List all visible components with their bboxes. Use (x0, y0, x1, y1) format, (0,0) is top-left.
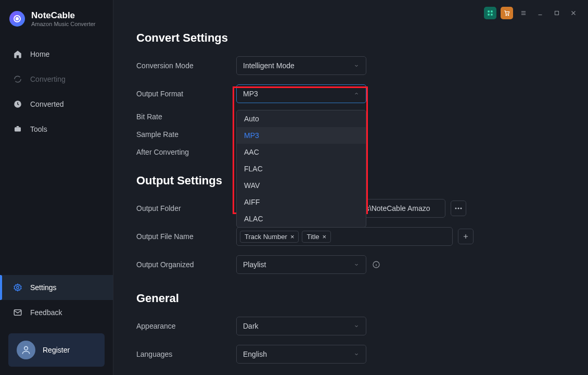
chevron-down-icon (353, 261, 360, 268)
dropdown-option-alac[interactable]: ALAC (237, 210, 366, 227)
settings-icon (12, 282, 23, 293)
chevron-down-icon (353, 323, 360, 329)
label-output-format: Output Format (136, 90, 236, 98)
info-icon[interactable] (372, 260, 381, 269)
dropdown-option-flac[interactable]: FLAC (237, 160, 366, 177)
label-output-filename: Output File Name (136, 232, 236, 241)
section-title-general: General (136, 292, 560, 305)
add-tag-button[interactable] (458, 229, 474, 244)
nav: Home Converting Converted Tools (0, 35, 113, 142)
select-value: Playlist (243, 260, 266, 269)
tag-title: Title × (302, 231, 331, 243)
section-title-convert: Convert Settings (136, 31, 560, 45)
label-bit-rate: Bit Rate (136, 113, 236, 121)
label-after-converting: After Converting (136, 148, 236, 156)
dropdown-option-mp3[interactable]: MP3 (237, 127, 366, 144)
sidebar-item-label: Tools (30, 125, 47, 133)
sidebar-item-label: Converted (30, 100, 64, 108)
row-appearance: Appearance Dark (136, 317, 560, 335)
row-conversion-mode: Conversion Mode Intelligent Mode (136, 56, 560, 75)
sidebar-item-label: Converting (30, 75, 66, 83)
row-output-format: Output Format MP3 (136, 84, 560, 103)
output-format-dropdown[interactable]: Auto MP3 AAC FLAC WAV AIFF ALAC (236, 110, 366, 228)
select-value: English (243, 350, 267, 358)
output-organized-select[interactable]: Playlist (236, 255, 366, 274)
row-output-filename: Output File Name Track Number × Title × (136, 227, 560, 246)
svg-point-7 (24, 346, 28, 350)
conversion-mode-select[interactable]: Intelligent Mode (236, 56, 366, 75)
brand-subtitle: Amazon Music Converter (31, 21, 96, 27)
label-appearance: Appearance (136, 322, 236, 330)
dropdown-option-wav[interactable]: WAV (237, 177, 366, 194)
select-value: MP3 (243, 90, 258, 98)
svg-point-5 (17, 286, 19, 289)
sidebar-item-settings[interactable]: Settings (0, 275, 113, 300)
avatar-icon (17, 341, 35, 359)
chevron-down-icon (353, 351, 360, 357)
sidebar-item-label: Feedback (30, 308, 62, 317)
main: Convert Settings Conversion Mode Intelli… (113, 0, 588, 375)
languages-select[interactable]: English (236, 345, 366, 364)
label-sample-rate: Sample Rate (136, 130, 236, 139)
row-languages: Languages English (136, 345, 560, 364)
select-value: Intelligent Mode (243, 61, 295, 70)
row-output-organized: Output Organized Playlist (136, 255, 560, 274)
sidebar: NoteCable Amazon Music Converter Home Co… (0, 0, 113, 375)
tag-remove-icon[interactable]: × (290, 233, 295, 241)
svg-rect-4 (17, 126, 19, 127)
sidebar-item-converting[interactable]: Converting (0, 67, 113, 92)
converting-icon (12, 74, 23, 84)
tag-track-number: Track Number × (240, 231, 299, 243)
label-languages: Languages (136, 350, 236, 358)
svg-point-1 (16, 18, 19, 20)
dropdown-option-aiff[interactable]: AIFF (237, 194, 366, 210)
sidebar-item-label: Home (30, 50, 49, 58)
svg-rect-3 (15, 127, 21, 131)
dropdown-option-aac[interactable]: AAC (237, 144, 366, 160)
appearance-select[interactable]: Dark (236, 317, 366, 335)
svg-point-16 (458, 208, 459, 209)
dropdown-option-auto[interactable]: Auto (237, 110, 366, 127)
home-icon (12, 49, 23, 59)
sidebar-item-home[interactable]: Home (0, 42, 113, 67)
tag-remove-icon[interactable]: × (323, 233, 327, 241)
converted-icon (12, 99, 23, 109)
brand-title: NoteCable (31, 10, 96, 21)
label-conversion-mode: Conversion Mode (136, 61, 236, 70)
output-format-select[interactable]: MP3 (236, 84, 366, 103)
label-output-folder: Output Folder (136, 204, 236, 213)
register-label: Register (43, 346, 70, 354)
label-output-organized: Output Organized (136, 260, 236, 269)
register-button[interactable]: Register (8, 333, 105, 367)
filename-tags-input[interactable]: Track Number × Title × (236, 227, 453, 246)
browse-button[interactable] (451, 201, 466, 216)
chevron-down-icon (353, 63, 360, 69)
sidebar-item-tools[interactable]: Tools (0, 117, 113, 142)
feedback-icon (12, 307, 23, 318)
sidebar-item-converted[interactable]: Converted (0, 92, 113, 117)
sidebar-item-feedback[interactable]: Feedback (0, 300, 113, 325)
brand-logo-icon (9, 11, 25, 27)
sidebar-item-label: Settings (30, 283, 57, 292)
tools-icon (12, 124, 23, 134)
chevron-up-icon (353, 91, 360, 97)
svg-point-15 (455, 208, 457, 209)
svg-point-17 (461, 208, 462, 209)
select-value: Dark (243, 322, 259, 330)
brand: NoteCable Amazon Music Converter (0, 0, 113, 35)
